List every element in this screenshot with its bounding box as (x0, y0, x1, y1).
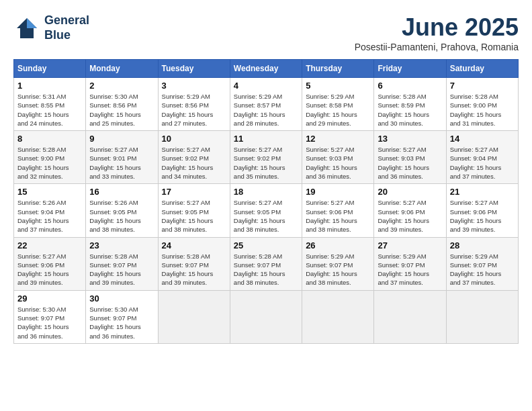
day-number: 25 (234, 240, 298, 250)
day-info: Sunrise: 5:28 AMSunset: 9:00 PMDaylight:… (17, 145, 82, 181)
day-number: 27 (378, 240, 442, 250)
calendar-cell: 20Sunrise: 5:27 AMSunset: 9:06 PMDayligh… (374, 184, 446, 237)
day-number: 8 (17, 134, 82, 144)
weekday-header: Friday (374, 60, 446, 78)
calendar-cell: 27Sunrise: 5:29 AMSunset: 9:07 PMDayligh… (374, 237, 446, 290)
day-number: 5 (306, 81, 370, 91)
day-info: Sunrise: 5:27 AMSunset: 9:02 PMDaylight:… (162, 145, 226, 181)
calendar-cell: 29Sunrise: 5:30 AMSunset: 9:07 PMDayligh… (14, 290, 86, 343)
day-info: Sunrise: 5:28 AMSunset: 9:07 PMDaylight:… (234, 252, 298, 287)
day-number: 6 (378, 81, 442, 91)
logo-icon (13, 15, 40, 42)
day-number: 21 (450, 187, 515, 197)
day-number: 20 (378, 187, 442, 197)
day-info: Sunrise: 5:30 AMSunset: 9:07 PMDaylight:… (89, 305, 154, 340)
day-number: 16 (89, 187, 154, 197)
day-info: Sunrise: 5:27 AMSunset: 9:06 PMDaylight:… (17, 252, 82, 287)
day-number: 2 (89, 81, 154, 91)
day-info: Sunrise: 5:29 AMSunset: 9:07 PMDaylight:… (306, 252, 370, 287)
calendar-cell (302, 290, 374, 343)
calendar-cell: 21Sunrise: 5:27 AMSunset: 9:06 PMDayligh… (446, 184, 518, 237)
calendar-cell: 5Sunrise: 5:29 AMSunset: 8:58 PMDaylight… (302, 78, 374, 131)
day-info: Sunrise: 5:29 AMSunset: 9:07 PMDaylight:… (378, 252, 442, 287)
calendar-cell: 8Sunrise: 5:28 AMSunset: 9:00 PMDaylight… (14, 131, 86, 184)
day-number: 1 (17, 81, 82, 91)
day-number: 9 (89, 134, 154, 144)
day-info: Sunrise: 5:31 AMSunset: 8:55 PMDaylight:… (17, 92, 82, 128)
logo: General Blue (13, 13, 89, 42)
day-number: 17 (162, 187, 226, 197)
calendar-cell: 1Sunrise: 5:31 AMSunset: 8:55 PMDaylight… (14, 78, 86, 131)
day-number: 10 (162, 134, 226, 144)
day-number: 18 (234, 187, 298, 197)
day-number: 24 (162, 240, 226, 250)
calendar-cell: 2Sunrise: 5:30 AMSunset: 8:56 PMDaylight… (86, 78, 158, 131)
day-info: Sunrise: 5:29 AMSunset: 8:56 PMDaylight:… (162, 92, 226, 128)
calendar-cell: 17Sunrise: 5:27 AMSunset: 9:05 PMDayligh… (158, 184, 230, 237)
calendar-cell: 10Sunrise: 5:27 AMSunset: 9:02 PMDayligh… (158, 131, 230, 184)
calendar-header: SundayMondayTuesdayWednesdayThursdayFrid… (14, 60, 519, 78)
day-number: 28 (450, 240, 515, 250)
day-info: Sunrise: 5:28 AMSunset: 9:07 PMDaylight:… (162, 252, 226, 287)
logo-text: General Blue (44, 13, 89, 42)
day-info: Sunrise: 5:29 AMSunset: 8:58 PMDaylight:… (306, 92, 370, 128)
day-info: Sunrise: 5:28 AMSunset: 9:00 PMDaylight:… (450, 92, 515, 128)
weekday-header: Sunday (14, 60, 86, 78)
title-section: June 2025 Posestii-Pamanteni, Prahova, R… (355, 13, 519, 52)
calendar-cell: 12Sunrise: 5:27 AMSunset: 9:03 PMDayligh… (302, 131, 374, 184)
day-number: 12 (306, 134, 370, 144)
weekday-header: Wednesday (230, 60, 302, 78)
day-info: Sunrise: 5:27 AMSunset: 9:06 PMDaylight:… (378, 198, 442, 234)
weekday-header: Saturday (446, 60, 518, 78)
day-info: Sunrise: 5:27 AMSunset: 9:05 PMDaylight:… (234, 198, 298, 234)
calendar-cell: 18Sunrise: 5:27 AMSunset: 9:05 PMDayligh… (230, 184, 302, 237)
day-number: 26 (306, 240, 370, 250)
day-number: 19 (306, 187, 370, 197)
calendar-cell: 9Sunrise: 5:27 AMSunset: 9:01 PMDaylight… (86, 131, 158, 184)
calendar-cell (446, 290, 518, 343)
weekday-header: Thursday (302, 60, 374, 78)
calendar-cell: 16Sunrise: 5:26 AMSunset: 9:05 PMDayligh… (86, 184, 158, 237)
day-info: Sunrise: 5:27 AMSunset: 9:03 PMDaylight:… (378, 145, 442, 181)
day-number: 15 (17, 187, 82, 197)
calendar-cell: 19Sunrise: 5:27 AMSunset: 9:06 PMDayligh… (302, 184, 374, 237)
calendar-cell: 22Sunrise: 5:27 AMSunset: 9:06 PMDayligh… (14, 237, 86, 290)
calendar-cell: 23Sunrise: 5:28 AMSunset: 9:07 PMDayligh… (86, 237, 158, 290)
calendar-cell (158, 290, 230, 343)
day-number: 29 (17, 293, 82, 304)
calendar-cell: 25Sunrise: 5:28 AMSunset: 9:07 PMDayligh… (230, 237, 302, 290)
day-info: Sunrise: 5:27 AMSunset: 9:01 PMDaylight:… (89, 145, 154, 181)
location-subtitle: Posestii-Pamanteni, Prahova, Romania (355, 42, 519, 52)
day-number: 14 (450, 134, 515, 144)
calendar-cell: 28Sunrise: 5:29 AMSunset: 9:07 PMDayligh… (446, 237, 518, 290)
calendar-cell: 14Sunrise: 5:27 AMSunset: 9:04 PMDayligh… (446, 131, 518, 184)
day-info: Sunrise: 5:26 AMSunset: 9:05 PMDaylight:… (89, 198, 154, 234)
calendar-cell: 6Sunrise: 5:28 AMSunset: 8:59 PMDaylight… (374, 78, 446, 131)
calendar-cell: 7Sunrise: 5:28 AMSunset: 9:00 PMDaylight… (446, 78, 518, 131)
day-number: 30 (89, 293, 154, 304)
day-info: Sunrise: 5:27 AMSunset: 9:06 PMDaylight:… (450, 198, 515, 234)
day-info: Sunrise: 5:27 AMSunset: 9:02 PMDaylight:… (234, 145, 298, 181)
day-info: Sunrise: 5:28 AMSunset: 9:07 PMDaylight:… (89, 252, 154, 287)
month-title: June 2025 (355, 13, 519, 42)
page-header: General Blue June 2025 Posestii-Pamanten… (13, 13, 519, 52)
weekday-header: Monday (86, 60, 158, 78)
day-info: Sunrise: 5:29 AMSunset: 8:57 PMDaylight:… (234, 92, 298, 128)
calendar-cell: 15Sunrise: 5:26 AMSunset: 9:04 PMDayligh… (14, 184, 86, 237)
day-number: 11 (234, 134, 298, 144)
calendar-cell: 4Sunrise: 5:29 AMSunset: 8:57 PMDaylight… (230, 78, 302, 131)
calendar-cell: 13Sunrise: 5:27 AMSunset: 9:03 PMDayligh… (374, 131, 446, 184)
day-number: 4 (234, 81, 298, 91)
day-info: Sunrise: 5:27 AMSunset: 9:03 PMDaylight:… (306, 145, 370, 181)
calendar-cell (374, 290, 446, 343)
day-info: Sunrise: 5:27 AMSunset: 9:06 PMDaylight:… (306, 198, 370, 234)
day-number: 22 (17, 240, 82, 250)
day-info: Sunrise: 5:28 AMSunset: 8:59 PMDaylight:… (378, 92, 442, 128)
day-info: Sunrise: 5:26 AMSunset: 9:04 PMDaylight:… (17, 198, 82, 234)
day-info: Sunrise: 5:29 AMSunset: 9:07 PMDaylight:… (450, 252, 515, 287)
calendar-cell: 30Sunrise: 5:30 AMSunset: 9:07 PMDayligh… (86, 290, 158, 343)
day-number: 13 (378, 134, 442, 144)
calendar-table: SundayMondayTuesdayWednesdayThursdayFrid… (13, 59, 519, 344)
calendar-cell: 24Sunrise: 5:28 AMSunset: 9:07 PMDayligh… (158, 237, 230, 290)
calendar-cell (230, 290, 302, 343)
